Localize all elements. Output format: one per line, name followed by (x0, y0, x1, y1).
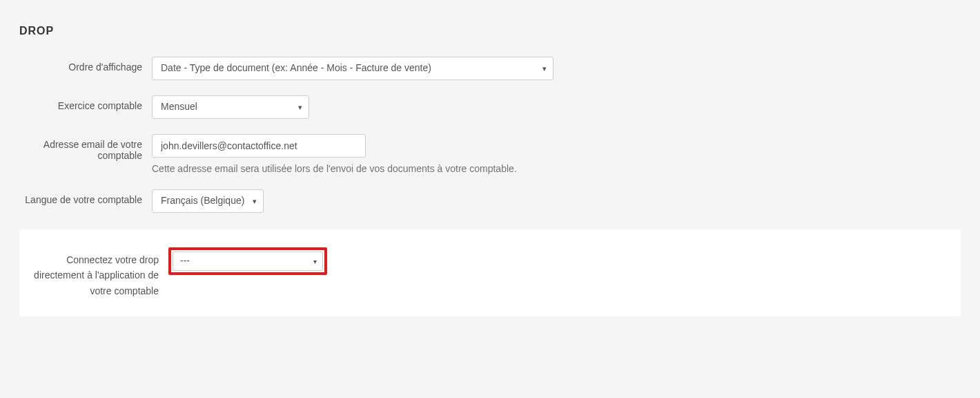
fiscal-year-select[interactable]: Mensuel (152, 95, 309, 119)
connect-drop-panel: Connectez votre drop directement à l'app… (19, 229, 961, 316)
display-order-select[interactable]: Date - Type de document (ex: Année - Moi… (152, 57, 553, 80)
accountant-language-select[interactable]: Français (Belgique) (152, 189, 264, 213)
fiscal-year-label: Exercice comptable (19, 95, 152, 111)
display-order-row: Ordre d'affichage Date - Type de documen… (19, 57, 961, 80)
accountant-language-row: Langue de votre comptable Français (Belg… (19, 189, 961, 213)
connect-drop-label: Connectez votre drop directement à l'app… (19, 247, 168, 298)
connect-drop-highlight: --- (168, 247, 327, 275)
display-order-label: Ordre d'affichage (19, 57, 152, 73)
accountant-language-label: Langue de votre comptable (19, 189, 152, 205)
section-title: DROP (19, 25, 961, 37)
accountant-email-label: Adresse email de votre comptable (19, 134, 152, 161)
accountant-email-row: Adresse email de votre comptable Cette a… (19, 134, 961, 174)
fiscal-year-row: Exercice comptable Mensuel (19, 95, 961, 119)
accountant-email-input[interactable] (152, 134, 366, 158)
connect-drop-select[interactable]: --- (173, 252, 323, 271)
accountant-email-help: Cette adresse email sera utilisée lors d… (152, 163, 961, 174)
